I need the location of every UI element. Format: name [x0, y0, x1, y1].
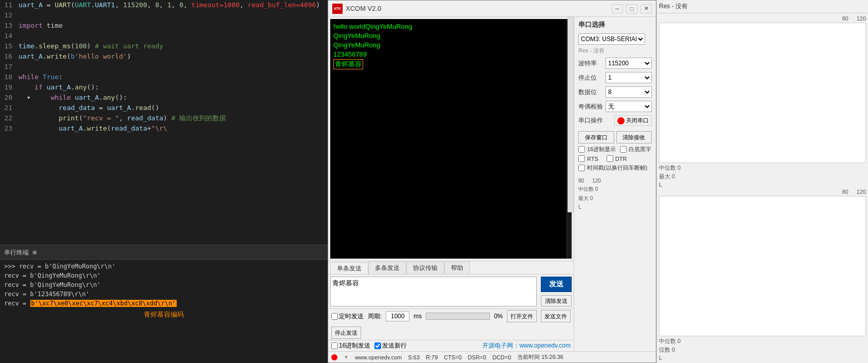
baud-label: 波特率: [578, 59, 597, 68]
terminal-line-4: recv = b'123456789\r\n': [4, 289, 324, 299]
max-label-top: 最大 0: [659, 173, 866, 180]
xcom-body: hello worldQingYeMuRong QingYeMuRong Qin…: [328, 17, 656, 351]
hex-display-label: 16进制显示: [587, 146, 616, 153]
rts-label: RTS: [587, 156, 598, 162]
l-label: L: [578, 204, 581, 210]
xcom-statusbar: ▼ www.openedv.com S:63 R:79 CTS=0 DSR=0 …: [328, 351, 656, 362]
status-dot: [331, 354, 337, 360]
max-label-bot: 仅数 0: [659, 346, 866, 354]
l-label-bot: L: [659, 355, 866, 361]
data-label: 数据位: [578, 88, 597, 97]
stop-send-button[interactable]: 停止发送: [331, 326, 361, 339]
scale-bot-80: 80: [842, 189, 848, 195]
terminal-area: 串行终端 ⊞ >>> recv = b'QingYeMuRong\r\n' re…: [0, 245, 328, 363]
statusbar-url: www.openedv.com: [355, 354, 402, 360]
code-line-17: 17: [0, 62, 328, 72]
rts-checkbox[interactable]: [578, 155, 585, 162]
maximize-button[interactable]: □: [626, 4, 637, 13]
baud-select[interactable]: 115200: [606, 58, 652, 69]
port-select[interactable]: COM3: USB-SERIAL: [578, 33, 645, 45]
port-status-indicator: [617, 117, 625, 124]
save-window-button[interactable]: 保存窗口: [578, 131, 614, 143]
save-clear-row: 保存窗口 清除接收: [578, 131, 652, 143]
percent-label: 0%: [494, 313, 503, 320]
timed-send-label: 定时发送: [339, 312, 364, 321]
code-line-13: 13 import time: [0, 21, 328, 31]
xcom-titlebar: ATK XCOM V2.0 ─ □ ✕: [328, 1, 656, 17]
right-top-bar: Res - 没有: [657, 0, 868, 13]
open-file-button[interactable]: 打开文件: [507, 310, 537, 322]
statusbar-dcd: DCD=0: [493, 354, 511, 360]
terminal-line-2: recv = b'QingYeMuRong\r\n': [4, 271, 324, 280]
timed-send-checkbox-label[interactable]: 定时发送: [331, 312, 364, 321]
progress-bar-area: [426, 313, 489, 320]
parity-select[interactable]: 无: [606, 101, 652, 112]
clear-send-button[interactable]: 清除发送: [541, 295, 572, 306]
timestamp-checkbox[interactable]: [578, 165, 585, 171]
period-input[interactable]: [386, 311, 409, 321]
close-button[interactable]: ✕: [640, 4, 652, 13]
xcom-send-section: 青烬慕容 发送 清除发送 定时发送 周期: ms: [328, 274, 574, 351]
stop-bit-row: 停止位 1: [578, 72, 652, 83]
send-newline-checkbox-label[interactable]: 发送新行: [374, 341, 407, 350]
send-newline-checkbox[interactable]: [374, 342, 381, 349]
statusbar-cts: CTS=0: [444, 354, 462, 360]
timed-send-checkbox[interactable]: [331, 313, 338, 320]
code-line-19: 19 if uart_A.any():: [0, 82, 328, 93]
l-label-row: L: [578, 204, 652, 210]
send-file-button[interactable]: 发送文件: [541, 310, 571, 322]
code-line-15: 15 time.sleep_ms(100) # wait uart ready: [0, 41, 328, 51]
send-textarea-wrap: 青烬慕容: [330, 277, 537, 306]
mid-count-row: 中位数 0: [578, 186, 652, 193]
port-operation-row: 串口操作 关闭串口: [578, 115, 652, 126]
tab-single-send[interactable]: 单条发送: [330, 262, 368, 275]
terminal-annotation: 青烬慕容编码: [4, 310, 324, 319]
hex-send-checkbox-label[interactable]: 16进制发送: [331, 341, 370, 350]
operation-label: 串口操作: [578, 116, 603, 125]
data-select[interactable]: 8: [606, 86, 652, 98]
code-editor: 11 uart_A = UART(UART.UART1, 115200, 8, …: [0, 0, 328, 363]
xcom-window: ATK XCOM V2.0 ─ □ ✕ hello worldQingYeMuR…: [328, 0, 656, 363]
scale-row: 80 120: [578, 178, 652, 184]
white-bg-checkbox[interactable]: [620, 146, 627, 153]
send-text-input[interactable]: 青烬慕容: [330, 277, 537, 306]
dtr-checkbox[interactable]: [607, 155, 613, 162]
stop-label: 停止位: [578, 74, 597, 82]
rts-dtr-row: RTS DTR: [578, 155, 652, 162]
hex-send-label: 16进制发送: [339, 341, 370, 350]
max-count-row: 最大 0: [578, 195, 652, 202]
openedv-link[interactable]: 开源电子网：www.openedv.com: [482, 341, 571, 350]
xcom-settings-panel: 串口选择 COM3: USB-SERIAL Res - 没有 波特率 11520…: [574, 17, 656, 351]
timestamp-label: 时间戳(以换行回车断帧): [587, 164, 647, 172]
right-content: 80 120 中位数 0 最大 0 L 80 120 中位数 0 仅数 0 L: [657, 13, 868, 363]
right-scrollbar[interactable]: [568, 17, 574, 212]
hex-send-checkbox[interactable]: [331, 342, 338, 349]
max-count-label: 最大 0: [578, 195, 593, 201]
xcom-left-panel: hello worldQingYeMuRong QingYeMuRong Qin…: [328, 17, 574, 351]
hex-display-checkbox[interactable]: [578, 146, 585, 153]
dropdown-arrow[interactable]: ▼: [344, 354, 349, 360]
stop-select[interactable]: 1: [606, 72, 652, 83]
scale-top-120: 120: [857, 15, 866, 22]
xcom-tab-bar: 单条发送 多条发送 协议传输 帮助: [328, 261, 574, 274]
close-port-button[interactable]: 关闭串口: [614, 115, 652, 126]
clear-recv-button[interactable]: 清除接收: [616, 131, 652, 143]
code-line-18: 18 while True:: [0, 72, 328, 82]
minimize-button[interactable]: ─: [612, 4, 623, 13]
terminal-icon: ⊞: [33, 247, 36, 258]
parity-row: 奇偶检验 无: [578, 101, 652, 112]
code-line-21: 21 read_data = uart_A.read(): [0, 103, 328, 113]
tab-protocol[interactable]: 协议传输: [406, 262, 444, 274]
terminal-tab-label[interactable]: 串行终端: [4, 247, 29, 258]
terminal-output: >>> recv = b'QingYeMuRong\r\n' recv = b'…: [0, 260, 328, 363]
rx-line-3: QingYeMuRong: [333, 41, 569, 50]
timestamp-row: 时间戳(以换行回车断帧): [578, 164, 652, 172]
send-button[interactable]: 发送: [541, 277, 572, 292]
code-line-23: 23 uart_A.write(read_data+"\r\: [0, 123, 328, 134]
tab-help[interactable]: 帮助: [444, 262, 470, 274]
terminal-line-5: recv = b'\xc7\xe0\xec\xc7\xc4\xbd\xc8\xd…: [4, 299, 324, 308]
tab-multi-send[interactable]: 多条发送: [368, 262, 406, 274]
parity-label: 奇偶检验: [578, 102, 603, 111]
lower-plot: [659, 196, 866, 336]
statusbar-dsr: DSR=0: [468, 354, 486, 360]
